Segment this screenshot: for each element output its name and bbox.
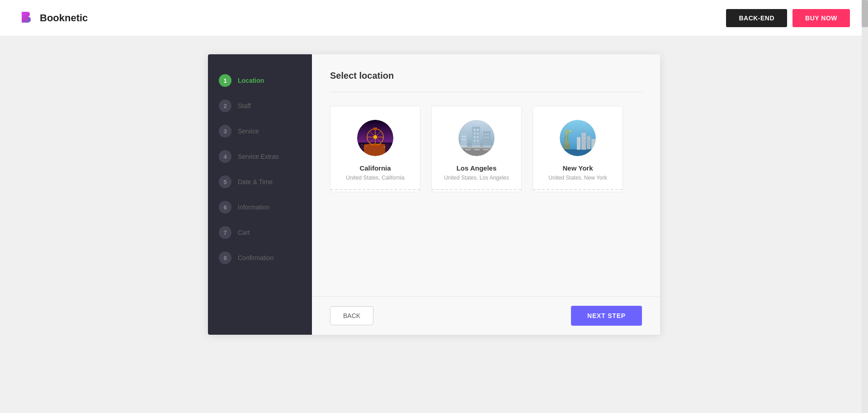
step-label-information: Information xyxy=(238,204,269,211)
location-name-california: California xyxy=(359,164,391,172)
location-sub-california: United States, California xyxy=(346,175,404,181)
step-number-4: 4 xyxy=(219,150,231,163)
scrollbar-track[interactable] xyxy=(862,0,868,413)
location-card-california[interactable]: California United States, California xyxy=(330,106,420,192)
step-label-service-extras: Service Extras xyxy=(238,153,278,160)
svg-line-60 xyxy=(565,129,566,131)
svg-point-14 xyxy=(366,146,367,147)
sidebar-item-service-extras[interactable]: 4 Service Extras xyxy=(208,144,312,169)
panel-footer: BACK NEXT STEP xyxy=(312,296,660,335)
svg-rect-48 xyxy=(458,146,495,148)
location-card-los-angeles[interactable]: Los Angeles United States, Los Angeles xyxy=(431,106,522,192)
svg-point-15 xyxy=(384,147,385,147)
location-avatar-california xyxy=(357,120,393,156)
svg-point-58 xyxy=(569,130,571,132)
location-name-los-angeles: Los Angeles xyxy=(457,164,497,172)
step-label-service: Service xyxy=(238,128,259,135)
svg-rect-44 xyxy=(485,133,486,135)
svg-rect-40 xyxy=(477,136,479,138)
step-label-location: Location xyxy=(238,77,264,84)
svg-rect-33 xyxy=(464,139,466,140)
svg-rect-30 xyxy=(462,136,463,137)
panel-body: Select location xyxy=(312,54,660,296)
location-sub-los-angeles: United States, Los Angeles xyxy=(444,175,509,181)
location-name-new-york: New York xyxy=(563,164,593,172)
step-label-date-time: Date & Time xyxy=(238,178,273,185)
svg-rect-75 xyxy=(590,138,590,139)
step-label-staff: Staff xyxy=(238,102,251,109)
navbar: Booknetic BACK-END BUY NOW xyxy=(0,0,868,36)
logo-icon xyxy=(18,10,34,26)
svg-rect-41 xyxy=(474,140,476,142)
logo-area: Booknetic xyxy=(18,10,88,26)
svg-rect-29 xyxy=(461,133,467,147)
svg-rect-39 xyxy=(474,136,476,138)
location-avatar-los-angeles xyxy=(458,120,495,156)
svg-rect-36 xyxy=(477,129,479,131)
svg-rect-69 xyxy=(579,139,580,140)
svg-rect-21 xyxy=(357,147,361,154)
nav-buttons: BACK-END BUY NOW xyxy=(726,9,850,27)
svg-rect-12 xyxy=(373,144,377,146)
back-button[interactable]: BACK xyxy=(330,306,373,325)
svg-rect-34 xyxy=(472,127,480,147)
sidebar-item-cart[interactable]: 7 Cart xyxy=(208,220,312,245)
step-number-3: 3 xyxy=(219,125,231,138)
backend-button[interactable]: BACK-END xyxy=(726,9,787,27)
svg-rect-66 xyxy=(587,136,590,149)
sidebar-item-date-time[interactable]: 5 Date & Time xyxy=(208,169,312,195)
step-label-cart: Cart xyxy=(238,229,250,236)
svg-rect-72 xyxy=(582,137,583,138)
svg-rect-28 xyxy=(483,149,489,150)
svg-rect-11 xyxy=(373,128,377,130)
sidebar-item-service[interactable]: 3 Service xyxy=(208,119,312,144)
svg-rect-74 xyxy=(588,138,589,139)
sidebar-item-information[interactable]: 6 Information xyxy=(208,195,312,220)
main-content: 1 Location 2 Staff 3 Service 4 Service E… xyxy=(0,36,868,353)
step-number-2: 2 xyxy=(219,100,231,112)
step-number-1: 1 xyxy=(219,74,231,87)
svg-rect-38 xyxy=(477,133,479,134)
section-divider xyxy=(330,92,642,92)
svg-rect-47 xyxy=(487,137,489,138)
step-number-7: 7 xyxy=(219,226,231,239)
svg-line-62 xyxy=(567,129,568,131)
sidebar: 1 Location 2 Staff 3 Service 4 Service E… xyxy=(208,54,312,335)
location-card-new-york[interactable]: New York United States, New York xyxy=(533,106,623,192)
svg-rect-67 xyxy=(591,139,596,150)
next-step-button[interactable]: NEXT STEP xyxy=(571,306,642,326)
app-name: Booknetic xyxy=(40,12,88,24)
sidebar-item-confirmation[interactable]: 8 Confirmation xyxy=(208,245,312,271)
section-title: Select location xyxy=(330,71,642,81)
sidebar-item-staff[interactable]: 2 Staff xyxy=(208,93,312,119)
svg-rect-19 xyxy=(359,145,364,154)
svg-rect-35 xyxy=(474,129,476,131)
svg-rect-68 xyxy=(578,139,579,140)
svg-rect-32 xyxy=(462,139,463,140)
svg-rect-20 xyxy=(385,143,391,154)
svg-point-59 xyxy=(565,131,568,134)
buynow-button[interactable]: BUY NOW xyxy=(793,9,850,27)
svg-rect-42 xyxy=(477,140,479,142)
location-avatar-new-york xyxy=(560,120,596,156)
svg-rect-56 xyxy=(567,136,568,142)
location-sub-new-york: United States, New York xyxy=(548,175,607,181)
booking-container: 1 Location 2 Staff 3 Service 4 Service E… xyxy=(208,54,660,335)
step-number-5: 5 xyxy=(219,176,231,188)
svg-rect-37 xyxy=(474,133,476,134)
step-label-confirmation: Confirmation xyxy=(238,254,274,261)
sidebar-item-location[interactable]: 1 Location xyxy=(208,68,312,93)
svg-rect-55 xyxy=(565,136,566,142)
right-panel: Select location xyxy=(312,54,660,335)
scrollbar-thumb[interactable] xyxy=(862,0,868,27)
svg-rect-70 xyxy=(582,134,583,135)
step-number-8: 8 xyxy=(219,252,231,264)
svg-rect-26 xyxy=(465,149,471,150)
svg-rect-64 xyxy=(581,133,586,150)
svg-rect-51 xyxy=(560,149,596,156)
svg-rect-73 xyxy=(584,137,585,138)
svg-rect-43 xyxy=(483,131,491,147)
svg-rect-71 xyxy=(584,134,585,135)
svg-rect-31 xyxy=(464,136,466,137)
location-cards: California United States, California xyxy=(330,106,642,192)
